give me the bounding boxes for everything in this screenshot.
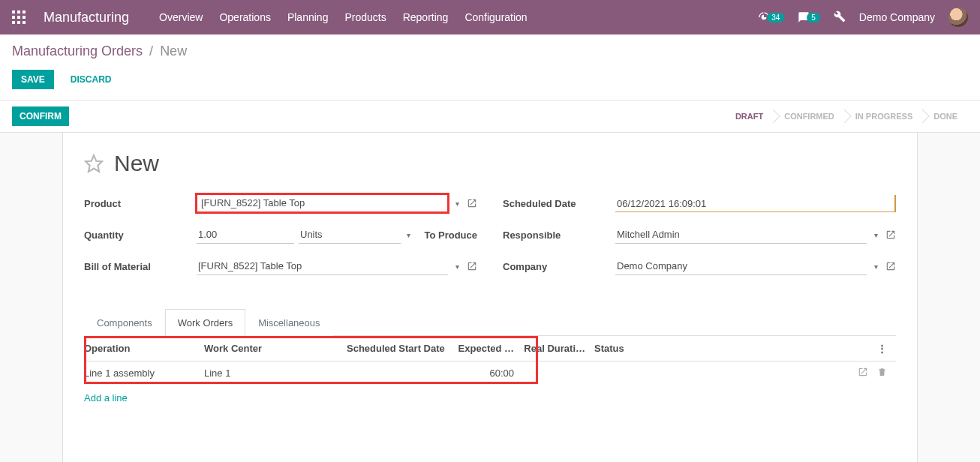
- form-left-column: Product ▾ Quantity ▾: [84, 193, 477, 287]
- quantity-uom-field[interactable]: [299, 226, 401, 244]
- favorite-star-icon[interactable]: [84, 154, 104, 173]
- status-confirmed: CONFIRMED: [774, 107, 845, 125]
- col-operation[interactable]: Operation: [84, 336, 204, 362]
- tab-components[interactable]: Components: [84, 309, 165, 336]
- scheduled-date-label: Scheduled Date: [503, 198, 615, 209]
- bom-label: Bill of Material: [84, 261, 197, 272]
- company-external-link-icon[interactable]: [885, 261, 896, 272]
- row-external-link-icon[interactable]: [847, 362, 877, 386]
- svg-marker-0: [86, 155, 102, 172]
- nav-menu: Overview Operations Planning Products Re…: [159, 11, 528, 23]
- nav-planning[interactable]: Planning: [287, 11, 329, 23]
- col-expected[interactable]: Expected …: [455, 336, 523, 362]
- breadcrumb-current: New: [160, 44, 187, 58]
- work-orders-table: Operation Work Center Scheduled Start Da…: [84, 336, 896, 385]
- row-delete-icon[interactable]: [877, 362, 896, 386]
- col-real[interactable]: Real Durati…: [523, 336, 594, 362]
- statusbar: CONFIRM DRAFT CONFIRMED IN PROGRESS DONE: [0, 100, 980, 133]
- nav-reporting[interactable]: Reporting: [403, 11, 449, 23]
- add-line-link[interactable]: Add a line: [84, 385, 128, 404]
- uom-dropdown-caret[interactable]: ▾: [404, 231, 413, 239]
- quantity-field[interactable]: [197, 226, 294, 244]
- product-external-link-icon[interactable]: [467, 198, 477, 208]
- cell-operation[interactable]: Line 1 assembly: [84, 362, 204, 386]
- scheduled-date-field[interactable]: [615, 195, 896, 212]
- company-name[interactable]: Demo Company: [859, 11, 935, 23]
- table-row[interactable]: Line 1 assembly Line 1 60:00: [84, 362, 896, 386]
- company-field[interactable]: [615, 257, 867, 275]
- brand-title[interactable]: Manufacturing: [44, 10, 129, 26]
- cell-scheduled[interactable]: [347, 362, 455, 386]
- cell-workcenter[interactable]: Line 1: [204, 362, 347, 386]
- table-options-icon[interactable]: ⋮: [877, 336, 896, 362]
- nav-operations[interactable]: Operations: [219, 11, 270, 23]
- topnav-right: 34 5 Demo Company: [758, 8, 968, 27]
- responsible-field[interactable]: [615, 226, 867, 244]
- product-field[interactable]: [197, 194, 448, 212]
- product-label: Product: [84, 198, 197, 209]
- product-dropdown-caret[interactable]: ▾: [452, 200, 462, 208]
- tab-miscellaneous[interactable]: Miscellaneous: [245, 309, 332, 336]
- nav-configuration[interactable]: Configuration: [464, 11, 527, 23]
- responsible-dropdown-caret[interactable]: ▾: [871, 231, 881, 239]
- activities-button[interactable]: 34: [758, 11, 784, 23]
- breadcrumb-root[interactable]: Manufacturing Orders: [12, 44, 143, 58]
- messages-button[interactable]: 5: [798, 11, 820, 23]
- responsible-external-link-icon[interactable]: [885, 230, 896, 240]
- discard-button[interactable]: DISCARD: [62, 70, 121, 89]
- to-produce-label: To Produce: [424, 230, 477, 241]
- page-title: New: [114, 151, 159, 176]
- col-status[interactable]: Status: [594, 336, 847, 362]
- control-panel: Manufacturing Orders / New SAVE DISCARD: [0, 34, 980, 100]
- cell-expected[interactable]: 60:00: [455, 362, 523, 386]
- quantity-label: Quantity: [84, 230, 197, 241]
- settings-icon[interactable]: [834, 10, 846, 25]
- form-sheet: New Product ▾ Quantity: [62, 133, 918, 462]
- nav-products[interactable]: Products: [344, 11, 386, 23]
- breadcrumb: Manufacturing Orders / New: [12, 44, 968, 59]
- form-tabs: Components Work Orders Miscellaneous: [84, 308, 896, 336]
- save-button[interactable]: SAVE: [12, 70, 54, 89]
- col-workcenter[interactable]: Work Center: [204, 336, 347, 362]
- nav-overview[interactable]: Overview: [159, 11, 203, 23]
- top-navbar: Manufacturing Overview Operations Planni…: [0, 0, 980, 34]
- col-scheduled[interactable]: Scheduled Start Date: [347, 336, 455, 362]
- status-inprogress: IN PROGRESS: [845, 107, 923, 125]
- cell-status[interactable]: [594, 362, 847, 386]
- apps-icon[interactable]: [12, 10, 26, 24]
- buttons-row: SAVE DISCARD: [12, 70, 968, 89]
- status-done: DONE: [923, 107, 968, 125]
- work-orders-table-wrap: Operation Work Center Scheduled Start Da…: [84, 336, 896, 404]
- responsible-label: Responsible: [503, 230, 615, 241]
- bom-external-link-icon[interactable]: [467, 261, 477, 272]
- cell-real[interactable]: [523, 362, 594, 386]
- breadcrumb-separator: /: [149, 44, 153, 58]
- user-avatar[interactable]: [948, 8, 968, 27]
- status-steps: DRAFT CONFIRMED IN PROGRESS DONE: [725, 107, 968, 125]
- company-label: Company: [503, 261, 615, 272]
- messages-badge: 5: [807, 13, 820, 22]
- activities-badge: 34: [767, 13, 784, 22]
- status-draft[interactable]: DRAFT: [725, 107, 774, 125]
- company-dropdown-caret[interactable]: ▾: [871, 262, 881, 271]
- bom-field[interactable]: [197, 257, 448, 275]
- confirm-button[interactable]: CONFIRM: [12, 106, 69, 126]
- bom-dropdown-caret[interactable]: ▾: [452, 262, 462, 271]
- tab-work-orders[interactable]: Work Orders: [165, 309, 245, 336]
- form-right-column: Scheduled Date Responsible ▾ Company: [503, 193, 896, 287]
